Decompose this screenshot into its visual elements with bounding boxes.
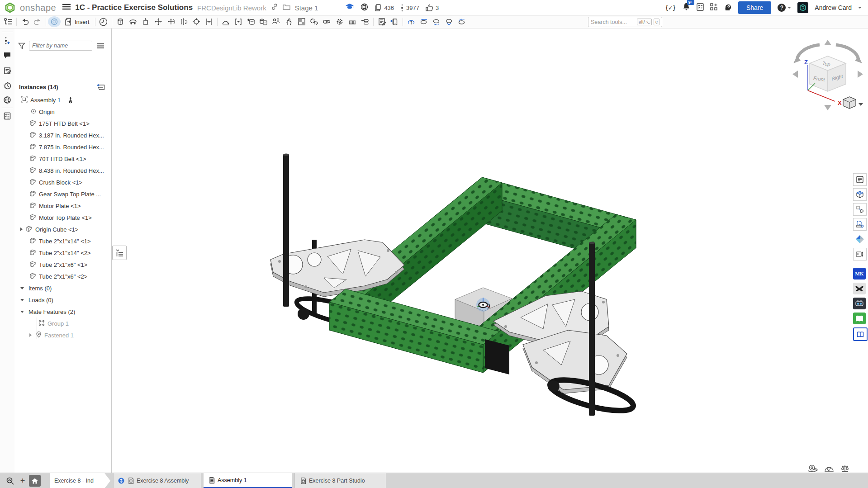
pattern-icon[interactable]	[295, 16, 308, 27]
tree-item-part[interactable]: 3.187 in. Rounded Hex...	[14, 129, 126, 141]
history-clock-icon[interactable]	[3, 81, 12, 90]
screw-relation-icon[interactable]	[359, 16, 371, 27]
filter-input[interactable]	[29, 41, 92, 51]
mate-feature-group[interactable]: Group 1	[14, 317, 135, 329]
named-positions-icon[interactable]	[270, 16, 283, 27]
sketch-region-panel-icon[interactable]	[853, 218, 867, 231]
publication-icon[interactable]	[3, 95, 12, 104]
scale-icon[interactable]	[840, 464, 849, 473]
hamburger-icon[interactable]	[62, 4, 71, 12]
tree-item-part[interactable]: Tube 2"x1"x6" <1>	[14, 259, 126, 270]
green-book-app-icon[interactable]	[853, 313, 866, 324]
tab-exercise8-assembly[interactable]: Exercise 8 Assembly	[113, 473, 201, 488]
gear-pair-icon[interactable]	[308, 16, 321, 27]
protractor-icon[interactable]	[824, 464, 834, 473]
tree-item-part[interactable]: 8.438 in. Rounded Hex...	[14, 165, 126, 176]
tree-item-part[interactable]: Motor Top Plate <1>	[14, 212, 126, 223]
tape-measure-icon[interactable]	[808, 464, 818, 473]
tree-item-part[interactable]: 70T HTD Belt <1>	[14, 153, 126, 165]
mk-app-icon[interactable]: MK	[853, 268, 866, 280]
add-tab-button[interactable]: +	[18, 476, 27, 485]
likes-stat[interactable]: 3	[426, 4, 439, 11]
onshape-logo[interactable]	[5, 2, 15, 13]
collapse-caret-icon[interactable]	[20, 299, 24, 301]
graphics-area[interactable]: Top Front Right Z X	[111, 28, 868, 473]
display-states-icon[interactable]	[430, 16, 443, 27]
collapse-caret-icon[interactable]	[20, 287, 24, 289]
hex-shaft-right[interactable]	[589, 242, 595, 416]
user-avatar[interactable]	[797, 2, 808, 13]
expand-chevron-icon[interactable]	[29, 333, 32, 337]
section-mate-features[interactable]: Mate Features (2)	[14, 306, 117, 317]
belt-relation-icon[interactable]	[321, 16, 333, 27]
tree-item-part[interactable]: Tube 2"x1"x14" <1>	[14, 235, 126, 247]
rack-pinion-icon[interactable]	[346, 16, 359, 27]
history-stat[interactable]: 3977	[400, 4, 419, 12]
orientation-cube[interactable]: Top Front Right	[810, 56, 846, 91]
hex-shaft-left-tall[interactable]	[283, 153, 289, 307]
collapse-caret-icon[interactable]	[20, 311, 24, 313]
tree-item-assembly[interactable]: Assembly 1	[14, 94, 118, 106]
slider-mate-icon[interactable]	[139, 16, 152, 27]
mate-connector-icon[interactable]	[232, 16, 245, 27]
render-icon[interactable]	[455, 16, 468, 27]
gusset-plate-right-lower[interactable]	[523, 330, 627, 393]
filter-icon[interactable]	[18, 43, 25, 49]
code-braces-icon[interactable]: {✓}	[665, 4, 676, 11]
cylindrical-mate-icon[interactable]	[177, 16, 190, 27]
globe-icon[interactable]	[360, 3, 368, 13]
publish-icon[interactable]	[388, 16, 401, 27]
section-items[interactable]: Items (0)	[14, 282, 117, 294]
edit-doc-icon[interactable]	[3, 66, 12, 75]
user-caret-icon[interactable]	[858, 7, 862, 9]
diamond-app-icon[interactable]	[853, 233, 867, 246]
exploded-view-icon[interactable]	[405, 16, 417, 27]
robot-app-icon[interactable]	[853, 298, 866, 309]
tree-item-part[interactable]: Motor Plate <1>	[14, 200, 126, 212]
isometric-view-button[interactable]	[843, 97, 863, 109]
sync-icon[interactable]	[48, 16, 61, 27]
new-folder-icon[interactable]	[97, 84, 105, 90]
view-cube[interactable]: Top Front Right Z X	[781, 33, 868, 115]
drag-snap-icon[interactable]	[283, 16, 295, 27]
tab-exercise8-part-studio[interactable]: Exercise 8 Part Studio	[294, 473, 386, 488]
tree-item-part[interactable]: Crush Block <1>	[14, 176, 126, 188]
list-options-icon[interactable]	[97, 43, 104, 49]
feedback-head-icon[interactable]	[724, 3, 732, 13]
share-button[interactable]: Share	[738, 1, 771, 14]
structure-tree-icon[interactable]	[2, 16, 14, 27]
create-drawing-icon[interactable]	[375, 16, 388, 27]
link-icon[interactable]	[271, 3, 278, 12]
document-panel-icon[interactable]	[853, 173, 867, 186]
home-tab-button[interactable]	[29, 475, 41, 487]
group-parts-icon[interactable]	[245, 16, 257, 27]
appearances-icon[interactable]	[443, 16, 455, 27]
tangent-mate-icon[interactable]	[219, 16, 232, 27]
cube-grid-panel-icon[interactable]	[853, 188, 867, 201]
keyboard-app-icon[interactable]	[853, 248, 867, 261]
tree-item-part[interactable]: Tube 2"x1"x14" <2>	[14, 247, 126, 259]
pulley-left[interactable]	[298, 308, 309, 320]
gear-relation-icon[interactable]	[333, 16, 346, 27]
section-view-icon[interactable]	[417, 16, 430, 27]
copies-stat[interactable]: 436	[375, 4, 394, 11]
blue-book-app-icon[interactable]	[853, 327, 868, 341]
redo-icon[interactable]	[31, 16, 44, 27]
clock-icon[interactable]	[97, 16, 110, 27]
assembly-3d-model[interactable]	[111, 28, 868, 473]
workspace-location[interactable]: Stage 1	[295, 4, 318, 12]
parallel-mate-icon[interactable]	[203, 16, 215, 27]
versions-icon[interactable]	[3, 36, 12, 45]
tree-item-part[interactable]: 175T HTD Belt <1>	[14, 118, 126, 129]
tree-item-part[interactable]: Gear Swap Top Plate ...	[14, 188, 126, 200]
apps-grid-icon[interactable]	[710, 3, 718, 13]
butterfly-app-icon[interactable]	[853, 283, 866, 294]
help-menu[interactable]: ?	[778, 4, 791, 12]
mate-feature-fastened[interactable]: Fastened 1	[14, 329, 126, 341]
tree-item-origin-cube[interactable]: Origin Cube <1>	[14, 223, 117, 235]
expand-chevron-icon[interactable]	[20, 227, 23, 231]
graduation-cap-icon[interactable]	[345, 3, 354, 12]
undo-icon[interactable]	[19, 16, 31, 27]
comment-icon[interactable]	[3, 51, 12, 60]
tree-item-origin[interactable]: Origin	[14, 106, 128, 118]
